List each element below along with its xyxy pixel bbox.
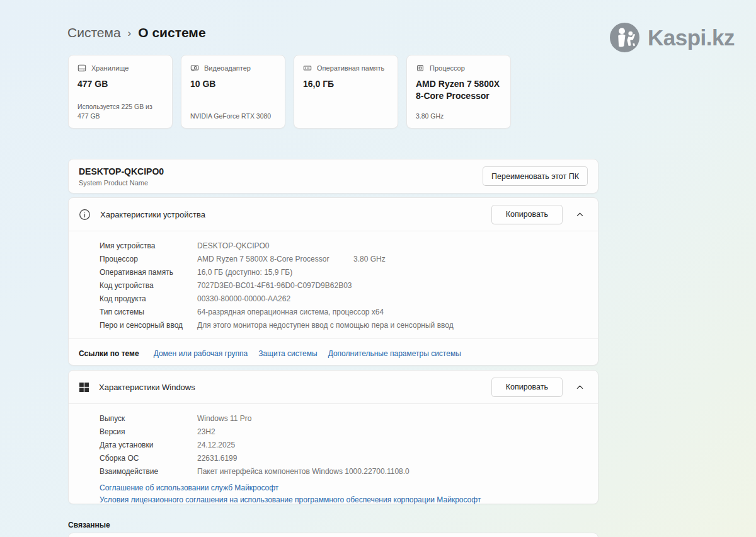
summary-cards-row: Хранилище 477 GB Используется 225 GB из … [68,55,511,129]
spec-label: Оперативная память [100,268,197,277]
spec-label: Сборка ОС [100,454,197,463]
device-specs-panel: Характеристики устройства Копировать Имя… [68,197,598,366]
related-links-row: Ссылки по теме Домен или рабочая группа … [69,338,598,367]
spec-value: 64-разрядная операционная система, проце… [197,308,384,316]
spec-value: DESKTOP-QKCIPO0 [197,241,269,250]
spec-row-product-id: Код продукта 00330-80000-00000-AA262 [100,292,588,305]
spec-label: Дата установки [100,441,197,449]
spec-row-experience: Взаимодействие Пакет интерфейса компонен… [100,465,588,478]
spec-label: Версия [100,427,197,436]
spec-row-processor: Процессор AMD Ryzen 7 5800X 8-Core Proce… [100,252,588,265]
storage-card-label: Хранилище [91,64,129,72]
ram-icon [303,64,312,72]
ram-card: Оперативная память 16,0 ГБ [294,55,398,129]
breadcrumb: Система › О системе [67,25,206,40]
device-specs-body: Имя устройства DESKTOP-QKCIPO0 Процессор… [69,231,598,332]
cpu-card-detail: 3.80 GHz [416,112,501,121]
storage-icon [77,64,86,72]
spec-value: 7027D3E0-BC01-4F61-96D0-C097D9B62B03 [197,281,352,290]
ram-card-value: 16,0 ГБ [303,78,389,90]
device-product-name: System Product Name [79,179,164,187]
link-license-terms[interactable]: Условия лицензионного соглашения на испо… [100,494,588,506]
spec-value: Для этого монитора недоступен ввод с пом… [197,321,454,330]
kaspi-logo: Kaspi.kz [610,23,735,52]
related-card-top [68,533,598,537]
windows-specs-title: Характеристики Windows [99,383,195,392]
rename-pc-button[interactable]: Переименовать этот ПК [483,166,588,186]
chevron-up-icon[interactable] [576,211,584,219]
spec-label: Код продукта [100,294,197,303]
spec-row-pen-touch: Перо и сенсорный ввод Для этого монитора… [100,318,588,332]
license-links: Соглашение об использовании служб Майкро… [100,482,588,506]
gpu-card-label: Видеоадаптер [204,64,251,72]
storage-card-value: 477 GB [77,78,163,90]
breadcrumb-parent[interactable]: Система [67,25,121,40]
spec-label: Выпуск [100,414,197,423]
spec-label: Перо и сенсорный ввод [100,321,197,330]
spec-value: 23H2 [197,427,215,436]
link-services-agreement[interactable]: Соглашение об использовании служб Майкро… [100,482,588,494]
spec-label: Процессор [100,255,197,263]
spec-value: 24.12.2025 [197,441,235,449]
spec-value: AMD Ryzen 7 5800X 8-Core Processor [197,255,329,263]
spec-row-os-build: Сборка ОС 22631.6199 [100,451,588,465]
spec-value: 16,0 ГБ (доступно: 15,9 ГБ) [197,268,292,277]
windows-specs-body: Выпуск Windows 11 Pro Версия 23H2 Дата у… [69,404,598,506]
cpu-icon [416,64,425,72]
spec-extra-value: 3.80 GHz [353,255,386,263]
related-links-label: Ссылки по теме [79,349,139,358]
link-domain-workgroup[interactable]: Домен или рабочая группа [154,349,248,358]
cpu-card: Процессор AMD Ryzen 7 5800X 8-Core Proce… [406,55,511,129]
spec-row-edition: Выпуск Windows 11 Pro [100,412,588,425]
cpu-card-value: AMD Ryzen 7 5800X 8-Core Processor [416,78,501,102]
spec-label: Взаимодействие [100,467,197,476]
spec-label: Тип системы [100,308,197,316]
storage-card: Хранилище 477 GB Используется 225 GB из … [68,55,173,129]
spec-row-device-name: Имя устройства DESKTOP-QKCIPO0 [100,239,588,252]
link-system-protection[interactable]: Защита системы [258,349,317,358]
related-section-heading: Связанные [68,521,110,529]
kaspi-logo-text: Kaspi.kz [648,25,735,50]
spec-value: Windows 11 Pro [197,414,251,423]
device-name: DESKTOP-QKCIPO0 [79,166,164,177]
spec-value: 00330-80000-00000-AA262 [197,294,290,303]
storage-card-detail: Используется 225 GB из 477 GB [77,102,163,121]
breadcrumb-separator-icon: › [128,26,132,40]
gpu-icon [190,64,199,72]
gpu-card-detail: NVIDIA GeForce RTX 3080 [190,112,276,121]
copy-device-specs-button[interactable]: Копировать [491,205,563,224]
spec-row-system-type: Тип системы 64-разрядная операционная си… [100,305,588,318]
info-icon [79,209,91,221]
kaspi-logo-icon [610,23,639,52]
link-advanced-system-settings[interactable]: Дополнительные параметры системы [328,349,461,358]
spec-row-device-id: Код устройства 7027D3E0-BC01-4F61-96D0-C… [100,279,588,292]
spec-row-version: Версия 23H2 [100,425,588,438]
windows-specs-panel: Характеристики Windows Копировать Выпуск… [68,370,598,504]
chevron-up-icon[interactable] [576,383,584,391]
spec-label: Код устройства [100,281,197,290]
device-specs-title: Характеристики устройства [100,210,205,219]
device-specs-header: Характеристики устройства Копировать [69,198,598,231]
copy-windows-specs-button[interactable]: Копировать [491,378,563,397]
windows-logo-icon [79,382,89,393]
spec-value: 22631.6199 [197,454,237,463]
cpu-card-label: Процессор [430,64,465,72]
page-title: О системе [138,25,205,40]
windows-specs-header: Характеристики Windows Копировать [69,371,598,404]
spec-row-ram: Оперативная память 16,0 ГБ (доступно: 15… [100,265,588,279]
ram-card-label: Оперативная память [317,64,384,72]
device-name-card: DESKTOP-QKCIPO0 System Product Name Пере… [68,159,598,193]
spec-row-install-date: Дата установки 24.12.2025 [100,438,588,451]
gpu-card: Видеоадаптер 10 GB NVIDIA GeForce RTX 30… [181,55,285,129]
spec-value: Пакет интерфейса компонентов Windows 100… [197,467,410,476]
spec-label: Имя устройства [100,241,197,250]
gpu-card-value: 10 GB [190,78,276,90]
